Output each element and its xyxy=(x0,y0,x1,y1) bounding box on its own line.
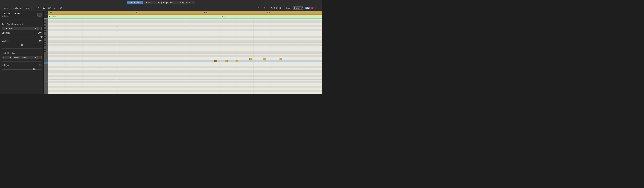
status-sub: in Toms xyxy=(2,15,20,17)
toolbar-sep-2 xyxy=(268,6,269,10)
link-btn[interactable]: 🔗 xyxy=(58,6,63,10)
svg-rect-44 xyxy=(250,58,252,60)
track-label-row: ▶ Toms Toms xyxy=(48,14,322,18)
scale-quantize-label: Scale Quantize xyxy=(2,52,42,54)
swing-slider[interactable] xyxy=(2,43,42,46)
scale-q-button[interactable]: Q xyxy=(38,56,42,59)
svg-rect-42 xyxy=(225,60,228,62)
piano-keys: C2 C1 xyxy=(44,18,48,94)
swing-thumb[interactable] xyxy=(21,44,23,46)
svg-rect-2 xyxy=(44,23,46,23)
tab-smart-tempo[interactable]: Smart Tempo xyxy=(176,1,195,4)
view-label: View xyxy=(26,7,30,9)
marker-4-4: 4 4 xyxy=(267,12,270,14)
strength-label: Strength xyxy=(2,32,10,34)
edit-label: Edit xyxy=(3,7,6,9)
capture-button[interactable]: ⊡ xyxy=(38,13,42,16)
snap-label: Snap: xyxy=(286,7,292,9)
velocity-slider[interactable] xyxy=(2,68,42,71)
note-value-row: 1/16 Note 1/8 Note 1/4 Note Q xyxy=(2,27,42,30)
svg-rect-43 xyxy=(236,60,238,62)
piano-header-spacer xyxy=(44,11,48,14)
scale-off-dropdown[interactable]: Off On xyxy=(2,55,12,59)
c1-key-label: C1 xyxy=(46,81,48,83)
pointer-tool-btn[interactable]: ↖ xyxy=(256,6,261,10)
svg-rect-11 xyxy=(44,49,46,50)
divider-1 xyxy=(2,19,42,20)
strength-value: 100 xyxy=(38,32,42,34)
status-row: One Note selected in Toms ⊡ xyxy=(2,12,42,17)
quantize-q-button[interactable]: Q xyxy=(38,27,42,30)
midi-in-btn[interactable]: 🎹 xyxy=(42,6,46,10)
velocity-track xyxy=(2,69,42,69)
svg-rect-8 xyxy=(44,41,46,42)
strength-track xyxy=(2,37,42,37)
grid-area[interactable] xyxy=(48,18,322,94)
scale-mode-dropdown[interactable]: Major (Ionian) Minor Dorian xyxy=(12,55,37,59)
view-chevron-icon: ▾ xyxy=(31,7,32,9)
swing-label: Swing xyxy=(2,40,8,42)
velocity-thumb[interactable] xyxy=(32,68,35,70)
timeline-header: 4 4 2 4 3 4 4 xyxy=(48,11,322,14)
piano-track-spacer xyxy=(44,14,48,18)
metronome-btn[interactable]: ♩ xyxy=(52,6,57,10)
view-menu-button[interactable]: View ▾ xyxy=(24,6,33,9)
top-bar-tabs: Piano Roll Score Step Sequencer Smart Te… xyxy=(127,1,195,4)
status-text: One Note selected xyxy=(2,12,20,15)
svg-rect-9 xyxy=(44,43,46,44)
toolbar-sep-3 xyxy=(284,6,284,10)
svg-rect-4 xyxy=(44,29,46,29)
functions-menu-button[interactable]: Functions ▾ xyxy=(10,6,24,9)
divider-2 xyxy=(2,48,42,49)
note-value-dropdown[interactable]: 1/16 Note 1/8 Note 1/4 Note xyxy=(2,27,37,30)
c2-key-label: C2 xyxy=(46,50,48,52)
svg-rect-45 xyxy=(263,58,266,60)
snap-select[interactable]: Smart 1/16 1/8 1/4 xyxy=(292,6,304,10)
track-play-icon-1: ▶ xyxy=(49,16,50,17)
timeline-row: 4 4 2 4 3 4 4 xyxy=(44,11,322,14)
grid-svg xyxy=(48,18,322,94)
swing-row: Swing 50 xyxy=(2,40,42,42)
arrow-left-icon[interactable]: ← xyxy=(315,6,317,9)
marker-4: 4 xyxy=(50,12,51,14)
svg-rect-41 xyxy=(214,60,217,62)
functions-chevron-icon: ▾ xyxy=(21,7,22,9)
functions-label: Functions xyxy=(12,7,21,9)
edit-chevron-icon: ▾ xyxy=(7,7,8,9)
swing-value: 50 xyxy=(39,40,42,42)
track-label-toms-1: Toms xyxy=(51,15,56,18)
piano-keys-inner: C2 C1 xyxy=(44,18,48,94)
velocity-label: Velocity xyxy=(2,64,9,66)
piano-grid-area: C2 C1 xyxy=(44,18,322,94)
svg-rect-3 xyxy=(44,26,46,27)
svg-rect-1 xyxy=(44,20,46,21)
marker-4-2: 4 2 xyxy=(136,12,138,14)
svg-rect-7 xyxy=(44,37,46,38)
pin-icon[interactable]: 📌 xyxy=(311,6,314,9)
svg-rect-5 xyxy=(44,31,46,32)
midi-out-btn[interactable]: 🔊 xyxy=(47,6,52,10)
strength-row: Strength 100 xyxy=(2,32,42,34)
svg-rect-40 xyxy=(48,60,322,62)
marker-4-3: 4 3 xyxy=(204,12,207,14)
toolbar-sep-1 xyxy=(34,6,35,10)
strength-slider[interactable] xyxy=(2,35,42,38)
pencil-tool-btn[interactable]: ✏ xyxy=(262,6,267,10)
pencil-icon-btn[interactable]: ✏ xyxy=(36,6,41,10)
toolbar: Edit ▾ Functions ▾ View ▾ ✏ 🎹 🔊 ♩ 🔗 ↖ ✏ … xyxy=(0,5,322,11)
left-panel: One Note selected in Toms ⊡ Time Quantiz… xyxy=(0,11,44,94)
main-layout: One Note selected in Toms ⊡ Time Quantiz… xyxy=(0,11,322,94)
piano-roll-area: 4 4 2 4 3 4 4 ▶ Toms Toms C2 xyxy=(44,11,322,94)
key-badge: K-K xyxy=(304,7,310,9)
position-display: A2 4 3 1 326 xyxy=(270,7,282,9)
velocity-row: Velocity 99 xyxy=(2,64,42,66)
arrow-right-icon[interactable]: → xyxy=(318,6,320,9)
velocity-value: 99 xyxy=(39,64,42,66)
svg-rect-10 xyxy=(44,45,46,46)
tab-score[interactable]: Score xyxy=(143,1,155,4)
strength-thumb[interactable] xyxy=(40,36,43,38)
edit-menu-button[interactable]: Edit ▾ xyxy=(2,6,10,9)
tab-piano-roll[interactable]: Piano Roll xyxy=(127,1,143,4)
time-quantize-label: Time Quantize (classic) xyxy=(2,23,42,25)
tab-step-sequencer[interactable]: Step Sequencer xyxy=(155,1,176,4)
